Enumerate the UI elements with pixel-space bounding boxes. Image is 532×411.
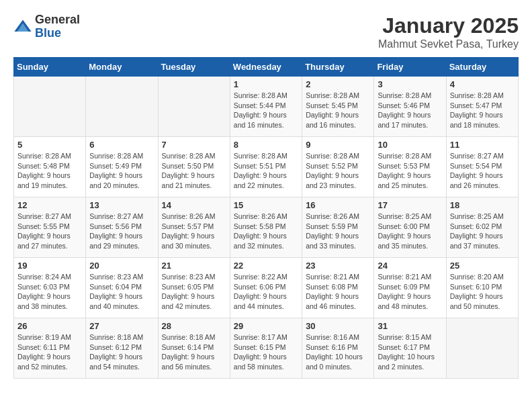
calendar-cell: 27Sunrise: 8:18 AM Sunset: 6:12 PM Dayli… bbox=[86, 318, 158, 379]
calendar-cell: 13Sunrise: 8:27 AM Sunset: 5:56 PM Dayli… bbox=[86, 197, 158, 258]
day-info: Sunrise: 8:20 AM Sunset: 6:10 PM Dayligh… bbox=[450, 272, 515, 312]
calendar-cell: 21Sunrise: 8:23 AM Sunset: 6:05 PM Dayli… bbox=[158, 258, 230, 318]
day-info: Sunrise: 8:23 AM Sunset: 6:05 PM Dayligh… bbox=[162, 272, 226, 312]
calendar-cell: 5Sunrise: 8:28 AM Sunset: 5:48 PM Daylig… bbox=[14, 137, 86, 197]
calendar-cell: 28Sunrise: 8:18 AM Sunset: 6:14 PM Dayli… bbox=[158, 318, 230, 379]
day-info: Sunrise: 8:22 AM Sunset: 6:06 PM Dayligh… bbox=[234, 272, 298, 312]
calendar-cell: 8Sunrise: 8:28 AM Sunset: 5:51 PM Daylig… bbox=[230, 137, 302, 197]
calendar-week-3: 12Sunrise: 8:27 AM Sunset: 5:55 PM Dayli… bbox=[14, 197, 519, 258]
calendar-cell: 2Sunrise: 8:28 AM Sunset: 5:45 PM Daylig… bbox=[302, 77, 374, 137]
calendar-cell bbox=[86, 77, 158, 137]
day-number: 21 bbox=[162, 261, 226, 271]
header-row: Sunday Monday Tuesday Wednesday Thursday… bbox=[14, 58, 519, 77]
day-info: Sunrise: 8:26 AM Sunset: 5:57 PM Dayligh… bbox=[162, 212, 226, 251]
calendar-cell: 26Sunrise: 8:19 AM Sunset: 6:11 PM Dayli… bbox=[14, 318, 86, 379]
day-info: Sunrise: 8:28 AM Sunset: 5:48 PM Dayligh… bbox=[17, 151, 82, 191]
header-sunday: Sunday bbox=[14, 58, 86, 77]
calendar-week-5: 26Sunrise: 8:19 AM Sunset: 6:11 PM Dayli… bbox=[14, 318, 519, 379]
calendar-cell: 17Sunrise: 8:25 AM Sunset: 6:00 PM Dayli… bbox=[374, 197, 446, 258]
calendar-cell: 14Sunrise: 8:26 AM Sunset: 5:57 PM Dayli… bbox=[158, 197, 230, 258]
day-info: Sunrise: 8:28 AM Sunset: 5:45 PM Dayligh… bbox=[306, 91, 370, 130]
calendar-cell: 11Sunrise: 8:27 AM Sunset: 5:54 PM Dayli… bbox=[446, 137, 518, 197]
day-number: 14 bbox=[162, 200, 226, 210]
calendar-week-4: 19Sunrise: 8:24 AM Sunset: 6:03 PM Dayli… bbox=[14, 258, 519, 318]
day-number: 22 bbox=[234, 261, 298, 271]
logo: General Blue bbox=[13, 13, 80, 40]
calendar-week-1: 1Sunrise: 8:28 AM Sunset: 5:44 PM Daylig… bbox=[14, 77, 519, 137]
day-number: 6 bbox=[89, 140, 154, 150]
day-number: 17 bbox=[378, 200, 442, 210]
day-number: 13 bbox=[89, 200, 154, 210]
day-info: Sunrise: 8:28 AM Sunset: 5:44 PM Dayligh… bbox=[234, 91, 298, 130]
calendar-cell: 6Sunrise: 8:28 AM Sunset: 5:49 PM Daylig… bbox=[86, 137, 158, 197]
day-info: Sunrise: 8:21 AM Sunset: 6:09 PM Dayligh… bbox=[378, 272, 442, 312]
day-info: Sunrise: 8:25 AM Sunset: 6:02 PM Dayligh… bbox=[450, 212, 515, 251]
day-number: 30 bbox=[306, 321, 370, 331]
day-info: Sunrise: 8:28 AM Sunset: 5:47 PM Dayligh… bbox=[450, 91, 515, 130]
header-saturday: Saturday bbox=[446, 58, 518, 77]
day-number: 16 bbox=[306, 200, 370, 210]
calendar-cell: 24Sunrise: 8:21 AM Sunset: 6:09 PM Dayli… bbox=[374, 258, 446, 318]
day-info: Sunrise: 8:28 AM Sunset: 5:52 PM Dayligh… bbox=[306, 151, 370, 191]
day-number: 18 bbox=[450, 200, 515, 210]
calendar-cell: 30Sunrise: 8:16 AM Sunset: 6:16 PM Dayli… bbox=[302, 318, 374, 379]
day-number: 29 bbox=[234, 321, 298, 331]
calendar-header: Sunday Monday Tuesday Wednesday Thursday… bbox=[14, 58, 519, 77]
calendar-cell: 4Sunrise: 8:28 AM Sunset: 5:47 PM Daylig… bbox=[446, 77, 518, 137]
day-number: 1 bbox=[234, 79, 298, 89]
calendar-cell: 15Sunrise: 8:26 AM Sunset: 5:58 PM Dayli… bbox=[230, 197, 302, 258]
day-info: Sunrise: 8:19 AM Sunset: 6:11 PM Dayligh… bbox=[17, 332, 82, 372]
day-info: Sunrise: 8:27 AM Sunset: 5:56 PM Dayligh… bbox=[89, 212, 154, 251]
calendar-cell bbox=[14, 77, 86, 137]
calendar-cell: 22Sunrise: 8:22 AM Sunset: 6:06 PM Dayli… bbox=[230, 258, 302, 318]
calendar-subtitle: Mahmut Sevket Pasa, Turkey bbox=[378, 38, 519, 50]
day-info: Sunrise: 8:28 AM Sunset: 5:49 PM Dayligh… bbox=[89, 151, 154, 191]
day-info: Sunrise: 8:16 AM Sunset: 6:16 PM Dayligh… bbox=[306, 332, 370, 372]
day-number: 7 bbox=[162, 140, 226, 150]
header-monday: Monday bbox=[86, 58, 158, 77]
day-number: 23 bbox=[306, 261, 370, 271]
calendar-cell: 1Sunrise: 8:28 AM Sunset: 5:44 PM Daylig… bbox=[230, 77, 302, 137]
day-info: Sunrise: 8:18 AM Sunset: 6:14 PM Dayligh… bbox=[162, 332, 226, 372]
day-number: 11 bbox=[450, 140, 515, 150]
day-number: 3 bbox=[378, 79, 442, 89]
calendar-cell: 7Sunrise: 8:28 AM Sunset: 5:50 PM Daylig… bbox=[158, 137, 230, 197]
calendar-cell: 23Sunrise: 8:21 AM Sunset: 6:08 PM Dayli… bbox=[302, 258, 374, 318]
day-number: 28 bbox=[162, 321, 226, 331]
calendar-cell: 10Sunrise: 8:28 AM Sunset: 5:53 PM Dayli… bbox=[374, 137, 446, 197]
calendar-week-2: 5Sunrise: 8:28 AM Sunset: 5:48 PM Daylig… bbox=[14, 137, 519, 197]
day-info: Sunrise: 8:27 AM Sunset: 5:55 PM Dayligh… bbox=[17, 212, 82, 251]
day-number: 31 bbox=[378, 321, 442, 331]
day-info: Sunrise: 8:24 AM Sunset: 6:03 PM Dayligh… bbox=[17, 272, 82, 312]
day-info: Sunrise: 8:28 AM Sunset: 5:46 PM Dayligh… bbox=[378, 91, 442, 130]
calendar-cell: 18Sunrise: 8:25 AM Sunset: 6:02 PM Dayli… bbox=[446, 197, 518, 258]
day-info: Sunrise: 8:23 AM Sunset: 6:04 PM Dayligh… bbox=[89, 272, 154, 312]
header-friday: Friday bbox=[374, 58, 446, 77]
day-info: Sunrise: 8:28 AM Sunset: 5:51 PM Dayligh… bbox=[234, 151, 298, 191]
day-number: 4 bbox=[450, 79, 515, 89]
day-info: Sunrise: 8:21 AM Sunset: 6:08 PM Dayligh… bbox=[306, 272, 370, 312]
day-info: Sunrise: 8:18 AM Sunset: 6:12 PM Dayligh… bbox=[89, 332, 154, 372]
logo-general: General bbox=[35, 13, 80, 27]
calendar-table: Sunday Monday Tuesday Wednesday Thursday… bbox=[13, 57, 519, 379]
day-number: 25 bbox=[450, 261, 515, 271]
title-section: January 2025 Mahmut Sevket Pasa, Turkey bbox=[378, 13, 519, 50]
calendar-cell: 19Sunrise: 8:24 AM Sunset: 6:03 PM Dayli… bbox=[14, 258, 86, 318]
logo-blue: Blue bbox=[35, 27, 80, 40]
day-number: 27 bbox=[89, 321, 154, 331]
calendar-title: January 2025 bbox=[378, 13, 519, 38]
calendar-cell: 12Sunrise: 8:27 AM Sunset: 5:55 PM Dayli… bbox=[14, 197, 86, 258]
day-info: Sunrise: 8:27 AM Sunset: 5:54 PM Dayligh… bbox=[450, 151, 515, 191]
calendar-cell: 31Sunrise: 8:15 AM Sunset: 6:17 PM Dayli… bbox=[374, 318, 446, 379]
header-wednesday: Wednesday bbox=[230, 58, 302, 77]
day-number: 20 bbox=[89, 261, 154, 271]
calendar-cell bbox=[158, 77, 230, 137]
day-number: 26 bbox=[17, 321, 82, 331]
logo-icon bbox=[13, 17, 32, 36]
day-info: Sunrise: 8:25 AM Sunset: 6:00 PM Dayligh… bbox=[378, 212, 442, 251]
day-number: 15 bbox=[234, 200, 298, 210]
day-number: 8 bbox=[234, 140, 298, 150]
day-info: Sunrise: 8:17 AM Sunset: 6:15 PM Dayligh… bbox=[234, 332, 298, 372]
header-thursday: Thursday bbox=[302, 58, 374, 77]
day-info: Sunrise: 8:26 AM Sunset: 5:59 PM Dayligh… bbox=[306, 212, 370, 251]
